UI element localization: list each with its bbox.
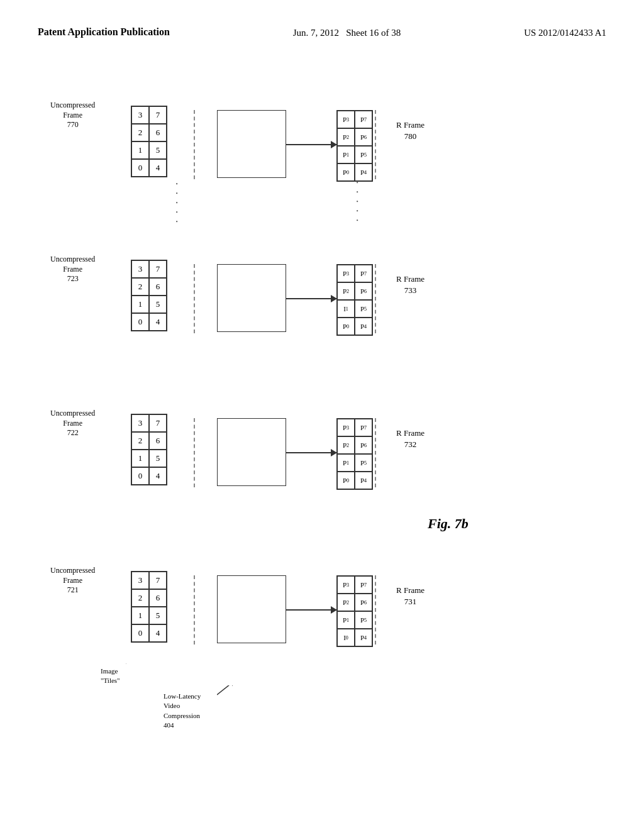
arrow-770 <box>286 144 336 145</box>
dashed-line-r722 <box>375 418 376 487</box>
main-diagram: UncompressedFrame770 3 7 2 6 1 5 0 4 P3 … <box>38 101 619 792</box>
rp3: P3 <box>337 111 355 128</box>
frame-721-grid: 3 7 2 6 1 5 0 4 <box>131 571 167 643</box>
image-tiles-label: Image"Tiles" <box>101 667 120 686</box>
rp5: P5 <box>355 146 372 163</box>
publication-date: Jun. 7, 2012 Sheet 16 of 38 <box>293 25 401 38</box>
compression-box-722 <box>217 418 286 486</box>
cell-6: 6 <box>149 124 167 141</box>
rframe-732-label: R Frame732 <box>396 428 425 450</box>
publication-title: Patent Application Publication <box>38 25 170 39</box>
rp1: P1 <box>337 146 355 163</box>
frame-770-grid: 3 7 2 6 1 5 0 4 <box>131 106 167 177</box>
page-header: Patent Application Publication Jun. 7, 2… <box>0 25 644 39</box>
rframe-721-grid: P3 P7 P2 P6 P1 P5 I0 P4 <box>336 575 373 647</box>
arrow-721 <box>286 609 336 611</box>
frame-770-label: UncompressedFrame770 <box>50 101 95 130</box>
dashed-line-722 <box>194 418 195 487</box>
patent-number: US 2012/0142433 A1 <box>524 25 606 38</box>
rframe-731-label: R Frame731 <box>396 585 425 607</box>
arrow-723 <box>286 298 336 299</box>
arrow-722 <box>286 452 336 453</box>
fig-label: Fig. 7b <box>428 516 469 532</box>
rp6: P6 <box>355 128 372 146</box>
cell-4: 4 <box>149 159 167 177</box>
rframe-770-grid: P3 P7 P2 P6 P1 P5 P0 P4 <box>336 110 373 182</box>
cell-0: 0 <box>131 159 149 177</box>
dashed-line-r721 <box>375 575 376 645</box>
svg-line-1 <box>217 685 233 695</box>
frame-723-label: UncompressedFrame723 <box>50 255 95 284</box>
cell-2: 2 <box>131 124 149 141</box>
frame-722-grid: 3 7 2 6 1 5 0 4 <box>131 414 167 485</box>
rp0: P0 <box>337 163 355 181</box>
compression-label: Low-LatencyVideoCompression404 <box>164 692 201 731</box>
dots-gap-r: · · · · · <box>350 181 364 224</box>
dashed-line-r723 <box>375 264 376 333</box>
compression-box-723 <box>217 264 286 332</box>
rp2: P2 <box>337 128 355 146</box>
compression-box-721 <box>217 575 286 643</box>
rp4: P4 <box>355 163 372 181</box>
frame-722-label: UncompressedFrame722 <box>50 409 95 438</box>
cell-3: 3 <box>131 106 149 124</box>
frame-723-grid: 3 7 2 6 1 5 0 4 <box>131 260 167 331</box>
cell-1: 1 <box>131 141 149 159</box>
rframe-780-label: R Frame780 <box>396 119 425 142</box>
compression-box-770 <box>217 110 286 178</box>
frame-721-label: UncompressedFrame721 <box>50 566 95 595</box>
cell-5: 5 <box>149 141 167 159</box>
dashed-line-723 <box>194 264 195 333</box>
image-tiles-arrow <box>126 663 151 682</box>
dashed-line-770 <box>194 110 195 179</box>
dashed-line-721 <box>194 575 195 645</box>
dots-gap: · · · · · <box>170 182 183 225</box>
cell-7: 7 <box>149 106 167 124</box>
rframe-733-label: R Frame733 <box>396 274 425 296</box>
dashed-line-r770 <box>375 110 376 179</box>
rp7: P7 <box>355 111 372 128</box>
compression-arrow <box>217 685 236 704</box>
rframe-723-grid: P3 P7 P2 P6 I1 P5 P0 P4 <box>336 264 373 336</box>
rframe-722-grid: P3 P7 P2 P6 P1 P5 P0 P4 <box>336 418 373 490</box>
